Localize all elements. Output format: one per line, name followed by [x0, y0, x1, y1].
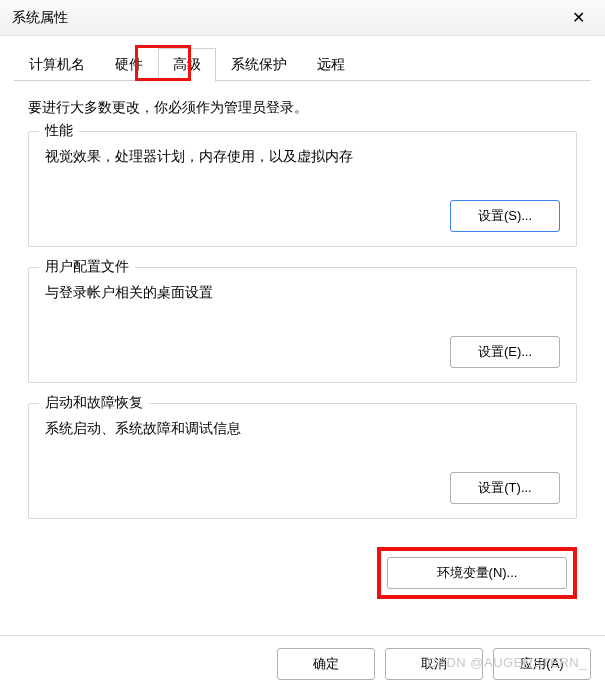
tab-content: 要进行大多数更改，你必须作为管理员登录。 性能 视觉效果，处理器计划，内存使用，… — [0, 81, 605, 549]
tab-remote[interactable]: 远程 — [302, 48, 360, 81]
desc-user-profiles: 与登录帐户相关的桌面设置 — [45, 284, 560, 302]
actions-user-profiles: 设置(E)... — [45, 336, 560, 368]
tab-strip: 计算机名 硬件 高级 系统保护 远程 — [0, 36, 605, 81]
tab-system-protection[interactable]: 系统保护 — [216, 48, 302, 81]
annotation-highlight-env: 环境变量(N)... — [377, 547, 577, 599]
titlebar: 系统属性 ✕ — [0, 0, 605, 36]
tab-label: 系统保护 — [231, 56, 287, 72]
fieldset-user-profiles: 用户配置文件 与登录帐户相关的桌面设置 设置(E)... — [28, 267, 577, 383]
tab-advanced[interactable]: 高级 — [158, 48, 216, 82]
settings-user-profiles-button[interactable]: 设置(E)... — [450, 336, 560, 368]
window-title: 系统属性 — [12, 9, 68, 27]
tab-label: 远程 — [317, 56, 345, 72]
tab-computer-name[interactable]: 计算机名 — [14, 48, 100, 81]
tab-underline — [14, 80, 591, 81]
legend-startup-recovery: 启动和故障恢复 — [39, 394, 149, 412]
tab-label: 计算机名 — [29, 56, 85, 72]
environment-variables-button[interactable]: 环境变量(N)... — [387, 557, 567, 589]
ok-button[interactable]: 确定 — [277, 648, 375, 680]
fieldset-startup-recovery: 启动和故障恢复 系统启动、系统故障和调试信息 设置(T)... — [28, 403, 577, 519]
cancel-button[interactable]: 取消 — [385, 648, 483, 680]
settings-startup-recovery-button[interactable]: 设置(T)... — [450, 472, 560, 504]
apply-button[interactable]: 应用(A) — [493, 648, 591, 680]
close-icon: ✕ — [572, 8, 585, 27]
settings-performance-button[interactable]: 设置(S)... — [450, 200, 560, 232]
dialog-footer: 确定 取消 应用(A) — [0, 635, 605, 692]
legend-performance: 性能 — [39, 122, 79, 140]
desc-performance: 视觉效果，处理器计划，内存使用，以及虚拟内存 — [45, 148, 560, 166]
actions-performance: 设置(S)... — [45, 200, 560, 232]
fieldset-performance: 性能 视觉效果，处理器计划，内存使用，以及虚拟内存 设置(S)... — [28, 131, 577, 247]
legend-user-profiles: 用户配置文件 — [39, 258, 135, 276]
actions-startup-recovery: 设置(T)... — [45, 472, 560, 504]
env-row: 环境变量(N)... — [0, 543, 605, 599]
tab-label: 高级 — [173, 56, 201, 72]
close-button[interactable]: ✕ — [563, 3, 593, 33]
desc-startup-recovery: 系统启动、系统故障和调试信息 — [45, 420, 560, 438]
intro-text: 要进行大多数更改，你必须作为管理员登录。 — [28, 99, 577, 117]
tab-hardware[interactable]: 硬件 — [100, 48, 158, 81]
tab-label: 硬件 — [115, 56, 143, 72]
